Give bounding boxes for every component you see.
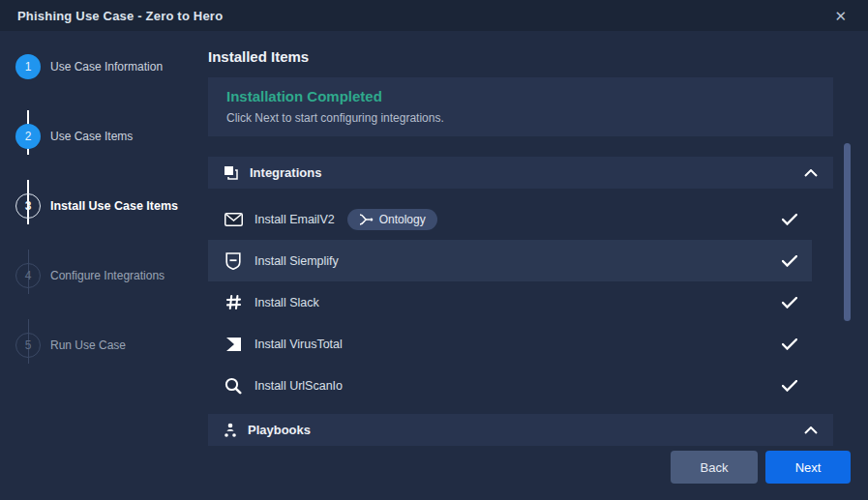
step-number-badge: 4: [15, 263, 41, 288]
step-label: Use Case Items: [50, 130, 133, 143]
integration-label: Install Slack: [254, 296, 319, 309]
chevron-up-icon[interactable]: [804, 169, 818, 177]
step-label: Install Use Case Items: [50, 199, 178, 213]
step-number-badge: 2: [15, 124, 41, 149]
virustotal-arrow-icon: [221, 337, 246, 352]
integration-label: Install EmailV2: [254, 213, 335, 226]
integration-row-urlscanio[interactable]: Install UrlScanIo: [208, 365, 812, 406]
vertical-scrollbar[interactable]: [844, 143, 851, 321]
check-icon: [782, 297, 797, 309]
integration-row-emailv2[interactable]: Install EmailV2 Ontology: [208, 198, 812, 240]
layers-icon: [224, 165, 239, 181]
installation-completed-banner: Installation Completed Click Next to sta…: [208, 77, 833, 136]
integration-label: Install Siemplify: [254, 254, 339, 268]
integrations-section-header[interactable]: Integrations: [208, 157, 833, 189]
integration-row-virustotal[interactable]: Install VirusTotal: [208, 323, 812, 365]
integration-label: Install UrlScanIo: [254, 379, 343, 393]
step-install-use-case-items[interactable]: 3 Install Use Case Items: [0, 193, 205, 219]
banner-subtitle: Click Next to start configuring integrat…: [226, 111, 815, 125]
integration-row-siemplify[interactable]: Install Siemplify: [208, 240, 812, 281]
back-button[interactable]: Back: [671, 451, 758, 484]
check-icon: [782, 255, 797, 267]
ontology-badge[interactable]: Ontology: [347, 209, 437, 230]
stepper: 1 Use Case Information 2 Use Case Items …: [0, 31, 205, 500]
page-title: Installed Items: [208, 48, 309, 65]
titlebar: Phishing Use Case - Zero to Hero ✕: [0, 0, 868, 31]
step-configure-integrations[interactable]: 4 Configure Integrations: [0, 263, 205, 288]
magnifier-icon: [221, 377, 246, 395]
chevron-up-icon[interactable]: [804, 426, 818, 434]
next-button[interactable]: Next: [765, 451, 851, 484]
section-title: Integrations: [250, 165, 804, 180]
wizard-dialog: Phishing Use Case - Zero to Hero ✕ 1 Use…: [0, 0, 868, 500]
playbooks-section-header[interactable]: Playbooks: [208, 414, 833, 446]
branch-icon: [359, 214, 374, 225]
check-icon: [782, 380, 797, 392]
check-icon: [782, 338, 797, 350]
slack-hash-icon: [221, 294, 246, 310]
step-number-badge: 1: [15, 54, 41, 79]
window-title: Phishing Use Case - Zero to Hero: [17, 9, 223, 23]
step-label: Use Case Information: [50, 60, 163, 74]
banner-title: Installation Completed: [226, 88, 815, 104]
step-use-case-information[interactable]: 1 Use Case Information: [0, 54, 205, 79]
integration-label: Install VirusTotal: [254, 338, 343, 351]
step-label: Run Use Case: [50, 338, 126, 352]
hierarchy-icon: [224, 423, 237, 438]
siemplify-shield-icon: [221, 252, 246, 270]
step-use-case-items[interactable]: 2 Use Case Items: [0, 124, 205, 149]
email-icon: [221, 213, 246, 226]
step-run-use-case[interactable]: 5 Run Use Case: [0, 333, 205, 358]
step-number-badge: 3: [15, 193, 41, 219]
close-icon[interactable]: ✕: [830, 7, 851, 25]
check-icon: [782, 214, 797, 225]
badge-label: Ontology: [379, 213, 426, 226]
step-number-badge: 5: [15, 333, 41, 358]
step-label: Configure Integrations: [50, 269, 165, 282]
section-title: Playbooks: [248, 423, 804, 437]
integration-row-slack[interactable]: Install Slack: [208, 281, 812, 323]
